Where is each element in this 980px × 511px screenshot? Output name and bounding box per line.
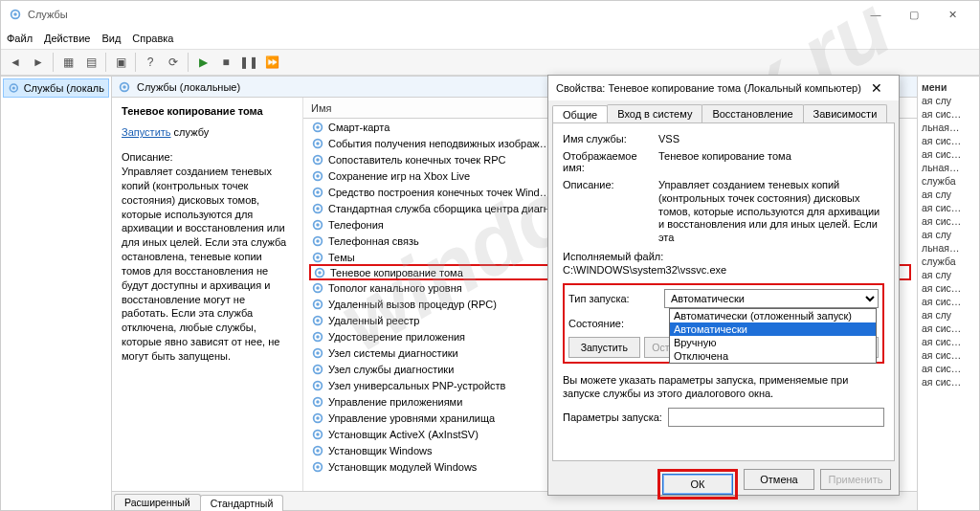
detail-view-button[interactable]: ▦ — [57, 52, 78, 73]
service-name: Удаленный вызов процедур (RPC) — [328, 299, 497, 310]
right-col-item: льная… — [918, 241, 979, 255]
svg-point-39 — [316, 384, 320, 388]
nav-back-button[interactable]: ◄ — [5, 52, 26, 73]
tree-root-services[interactable]: Службы (локаль — [3, 78, 109, 98]
svg-point-17 — [316, 207, 320, 211]
svg-point-43 — [316, 416, 320, 420]
service-name: Средство построения конечных точек Wind… — [328, 187, 550, 198]
restart-service-button[interactable]: ⏩ — [261, 52, 282, 73]
dialog-title: Свойства: Теневое копирование тома (Лока… — [556, 82, 862, 94]
ok-button[interactable]: ОК — [662, 474, 733, 495]
gear-icon — [311, 346, 324, 360]
service-name-value: VSS — [658, 133, 884, 144]
right-col-item: ая сис… — [918, 362, 979, 375]
apply-button[interactable]: Применить — [820, 469, 891, 490]
detail-pane: Теневое копирование тома Запустить служб… — [112, 98, 303, 491]
list-view-button[interactable]: ▤ — [80, 52, 101, 73]
stop-service-button[interactable]: ■ — [215, 52, 236, 73]
svg-point-31 — [316, 319, 320, 322]
start-button[interactable]: Запустить — [568, 337, 640, 358]
startup-type-label: Тип запуска: — [568, 293, 664, 304]
service-name: Управление уровнями хранилища — [328, 412, 495, 424]
params-input[interactable] — [668, 408, 884, 427]
minimize-button[interactable]: — — [857, 1, 895, 28]
tab-general[interactable]: Общие — [552, 105, 608, 123]
gear-icon — [311, 281, 324, 295]
props-button[interactable]: ▣ — [110, 52, 131, 73]
right-col-item: служба — [918, 174, 979, 188]
right-col-item: льная… — [918, 161, 979, 174]
service-name: Сопоставитель конечных точек RPC — [328, 154, 505, 166]
service-name: Установщик ActiveX (AxInstSV) — [328, 429, 479, 440]
menu-view[interactable]: Вид — [101, 33, 121, 44]
right-col-item: льная… — [918, 121, 979, 134]
tab-recovery[interactable]: Восстановление — [702, 104, 803, 122]
svg-point-11 — [316, 158, 320, 162]
dialog-close-button[interactable]: ✕ — [862, 78, 891, 99]
cancel-button[interactable]: Отмена — [744, 469, 814, 490]
service-name: Узел системы диагностики — [328, 347, 458, 359]
maximize-button[interactable]: ▢ — [895, 1, 933, 28]
service-name: События получения неподвижных изображ… — [328, 138, 550, 149]
tab-dependencies[interactable]: Зависимости — [803, 104, 888, 122]
right-col-item: ая сис… — [918, 107, 979, 121]
detail-title: Теневое копирование тома — [122, 105, 293, 117]
start-service-link[interactable]: Запустить — [122, 126, 171, 138]
right-col-item: ая слу — [918, 228, 979, 241]
state-label: Состояние: — [568, 318, 664, 329]
close-button[interactable]: ✕ — [933, 1, 971, 28]
gear-icon — [311, 202, 324, 215]
display-name-value: Теневое копирование тома — [658, 150, 884, 173]
svg-point-33 — [316, 335, 320, 339]
console-tree[interactable]: Службы (локаль — [1, 77, 112, 510]
window-title: Службы — [28, 9, 68, 20]
pause-service-button[interactable]: ❚❚ — [238, 52, 259, 73]
service-name: Управление приложениями — [328, 396, 462, 408]
exe-path: C:\WINDOWS\system32\vssvc.exe — [563, 264, 884, 276]
gear-icon — [311, 314, 324, 327]
gear-icon — [9, 8, 22, 21]
tab-standard[interactable]: Стандартный — [200, 495, 284, 511]
svg-point-47 — [316, 449, 320, 453]
tab-logon[interactable]: Вход в систему — [607, 104, 702, 122]
gear-icon — [311, 251, 324, 264]
divider — [53, 53, 54, 72]
params-note: Вы можете указать параметры запуска, при… — [563, 373, 884, 401]
tab-extended[interactable]: Расширенный — [114, 494, 201, 510]
svg-point-19 — [316, 223, 320, 227]
ok-highlight-box: ОК — [657, 469, 738, 500]
help-button[interactable]: ? — [140, 52, 161, 73]
right-col-item: ая слу — [918, 188, 979, 201]
params-label: Параметры запуска: — [563, 411, 662, 423]
svg-point-3 — [12, 86, 15, 89]
startup-option[interactable]: Отключена — [670, 349, 876, 363]
service-name: Стандартная служба сборщика центра диагн… — [328, 203, 560, 214]
menu-file[interactable]: Файл — [7, 33, 33, 44]
startup-dropdown-panel[interactable]: Автоматически (отложенный запуск)Автомат… — [669, 308, 877, 364]
refresh-button[interactable]: ⟳ — [163, 52, 184, 73]
toolbar: ◄ ► ▦ ▤ ▣ ? ⟳ ▶ ■ ❚❚ ⏩ — [1, 49, 979, 76]
gear-icon — [311, 395, 324, 409]
nav-fwd-button[interactable]: ► — [28, 52, 49, 73]
startup-option[interactable]: Автоматически — [670, 322, 876, 336]
startup-option[interactable]: Автоматически (отложенный запуск) — [670, 309, 876, 322]
startup-type-select[interactable]: Автоматически — [664, 289, 879, 308]
right-col-item: ая слу — [918, 308, 979, 322]
divider — [135, 53, 136, 72]
start-service-button[interactable]: ▶ — [192, 52, 213, 73]
startup-option[interactable]: Вручную — [670, 336, 876, 349]
service-name: Теневое копирование тома — [330, 267, 463, 278]
right-column: мени ая слуая сис…льная…ая сис…ая сис…ль… — [918, 77, 979, 510]
gear-icon — [311, 169, 324, 183]
gear-icon — [8, 81, 20, 95]
gear-icon — [118, 80, 131, 94]
menu-help[interactable]: Справка — [132, 33, 173, 44]
service-name: Тополог канального уровня — [328, 282, 462, 294]
menu-action[interactable]: Действие — [44, 33, 90, 44]
gear-icon — [311, 444, 324, 457]
divider — [105, 53, 106, 72]
svg-point-29 — [316, 302, 320, 306]
gear-icon — [311, 363, 324, 376]
service-name: Узел универсальных PNP-устройств — [328, 380, 505, 391]
svg-point-1 — [13, 12, 17, 16]
